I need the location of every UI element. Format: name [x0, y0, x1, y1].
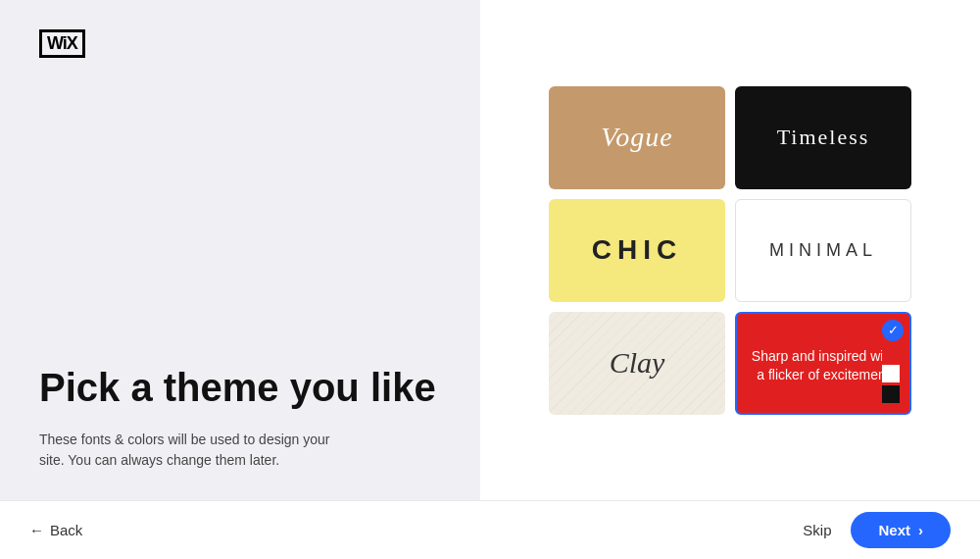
right-panel: Vogue Timeless CHIC MINIMAL Clay ✓ [480, 0, 980, 500]
swatch-red [882, 344, 900, 362]
theme-card-chic[interactable]: CHIC [549, 199, 725, 302]
swatch-white [882, 365, 900, 382]
bold-spark-swatches [882, 344, 900, 403]
next-button[interactable]: Next › [851, 512, 951, 548]
theme-label-chic: CHIC [592, 234, 682, 266]
theme-card-clay[interactable]: Clay [549, 312, 725, 415]
wix-logo: WiX [39, 29, 441, 58]
next-label: Next [878, 522, 910, 538]
skip-label: Skip [803, 522, 831, 538]
wix-logo-text: WiX [39, 29, 85, 58]
footer-right: Skip Next › [803, 512, 951, 548]
theme-grid: Vogue Timeless CHIC MINIMAL Clay ✓ [549, 86, 911, 415]
theme-label-minimal: MINIMAL [769, 240, 877, 261]
theme-card-minimal[interactable]: MINIMAL [735, 199, 911, 302]
bold-spark-content: Sharp and inspired with a flicker of exc… [737, 314, 909, 413]
next-arrow-icon: › [918, 522, 923, 538]
left-content: Pick a theme you like These fonts & colo… [39, 365, 441, 471]
bold-spark-description: Sharp and inspired with a flicker of exc… [751, 347, 896, 385]
back-button[interactable]: ← Back [29, 522, 82, 538]
theme-label-vogue: Vogue [601, 122, 672, 153]
theme-label-timeless: Timeless [777, 125, 870, 150]
theme-label-clay: Clay [610, 346, 665, 380]
skip-button[interactable]: Skip [803, 522, 831, 538]
page-heading: Pick a theme you like [39, 365, 441, 410]
left-panel: WiX Pick a theme you like These fonts & … [0, 0, 480, 500]
back-label: Back [50, 522, 82, 538]
theme-card-bold-spark[interactable]: ✓ Sharp and inspired with a flicker of e… [735, 312, 911, 415]
theme-card-vogue[interactable]: Vogue [549, 86, 725, 189]
swatch-black [882, 385, 900, 403]
main-layout: WiX Pick a theme you like These fonts & … [0, 0, 980, 500]
footer: ← Back Skip Next › [0, 500, 980, 559]
page-subtext: These fonts & colors will be used to des… [39, 430, 353, 471]
back-arrow-icon: ← [29, 522, 44, 538]
theme-card-timeless[interactable]: Timeless [735, 86, 911, 189]
